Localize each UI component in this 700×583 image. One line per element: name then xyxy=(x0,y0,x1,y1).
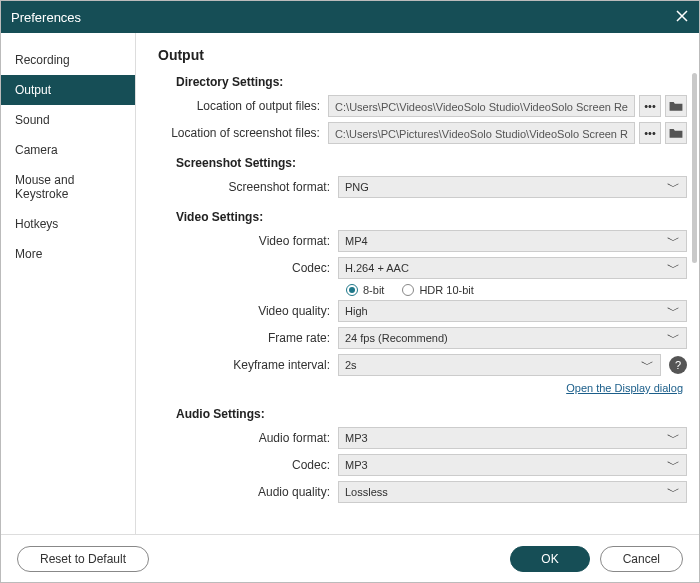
row-screenshot-format: Screenshot format: PNG ﹀ xyxy=(158,176,687,198)
row-output-location: Location of output files: C:\Users\PC\Vi… xyxy=(158,95,687,117)
main-panel: Output Directory Settings: Location of o… xyxy=(136,33,699,534)
audio-codec-value: MP3 xyxy=(345,459,368,471)
window-title: Preferences xyxy=(11,10,81,25)
section-audio-heading: Audio Settings: xyxy=(176,407,687,421)
label-audio-codec: Codec: xyxy=(158,458,338,472)
row-video-quality: Video quality: High ﹀ xyxy=(158,300,687,322)
row-video-format: Video format: MP4 ﹀ xyxy=(158,230,687,252)
section-screenshot-heading: Screenshot Settings: xyxy=(176,156,687,170)
video-format-select[interactable]: MP4 ﹀ xyxy=(338,230,687,252)
audio-quality-select[interactable]: Lossless ﹀ xyxy=(338,481,687,503)
video-codec-value: H.264 + AAC xyxy=(345,262,409,274)
frame-rate-value: 24 fps (Recommend) xyxy=(345,332,448,344)
footer: Reset to Default OK Cancel xyxy=(1,534,699,582)
sidebar-item-more[interactable]: More xyxy=(1,239,135,269)
row-audio-format: Audio format: MP3 ﹀ xyxy=(158,427,687,449)
audio-format-select[interactable]: MP3 ﹀ xyxy=(338,427,687,449)
radio-hdr10bit[interactable]: HDR 10-bit xyxy=(402,284,473,296)
folder-icon xyxy=(669,100,683,112)
label-output-location: Location of output files: xyxy=(158,99,328,113)
video-quality-value: High xyxy=(345,305,368,317)
screenshot-format-value: PNG xyxy=(345,181,369,193)
cancel-button[interactable]: Cancel xyxy=(600,546,683,572)
chevron-down-icon: ﹀ xyxy=(667,429,680,447)
titlebar: Preferences xyxy=(1,1,699,33)
display-dialog-link-row: Open the Display dialog xyxy=(158,381,683,395)
radio-8bit-label: 8-bit xyxy=(363,284,384,296)
label-screenshot-format: Screenshot format: xyxy=(158,180,338,194)
keyframe-interval-value: 2s xyxy=(345,359,357,371)
sidebar-item-sound[interactable]: Sound xyxy=(1,105,135,135)
section-directory-heading: Directory Settings: xyxy=(176,75,687,89)
row-frame-rate: Frame rate: 24 fps (Recommend) ﹀ xyxy=(158,327,687,349)
row-audio-codec: Codec: MP3 ﹀ xyxy=(158,454,687,476)
radio-dot-icon xyxy=(402,284,414,296)
scrollbar-thumb[interactable] xyxy=(692,73,697,263)
section-video-heading: Video Settings: xyxy=(176,210,687,224)
open-screenshot-folder-button[interactable] xyxy=(665,122,687,144)
folder-icon xyxy=(669,127,683,139)
chevron-down-icon: ﹀ xyxy=(667,259,680,277)
screenshot-location-field[interactable]: C:\Users\PC\Pictures\VideoSolo Studio\Vi… xyxy=(328,122,635,144)
chevron-down-icon: ﹀ xyxy=(667,483,680,501)
output-location-field[interactable]: C:\Users\PC\Videos\VideoSolo Studio\Vide… xyxy=(328,95,635,117)
preferences-window: Preferences Recording Output Sound Camer… xyxy=(0,0,700,583)
label-screenshot-location: Location of screenshot files: xyxy=(158,126,328,140)
screenshot-format-select[interactable]: PNG ﹀ xyxy=(338,176,687,198)
open-display-dialog-link[interactable]: Open the Display dialog xyxy=(566,382,683,394)
ok-button[interactable]: OK xyxy=(510,546,589,572)
frame-rate-select[interactable]: 24 fps (Recommend) ﹀ xyxy=(338,327,687,349)
sidebar-item-output[interactable]: Output xyxy=(1,75,135,105)
chevron-down-icon: ﹀ xyxy=(667,456,680,474)
sidebar-item-mouse-keystroke[interactable]: Mouse and Keystroke xyxy=(1,165,135,209)
label-video-codec: Codec: xyxy=(158,261,338,275)
audio-codec-select[interactable]: MP3 ﹀ xyxy=(338,454,687,476)
chevron-down-icon: ﹀ xyxy=(667,329,680,347)
sidebar: Recording Output Sound Camera Mouse and … xyxy=(1,33,136,534)
radio-dot-checked-icon xyxy=(346,284,358,296)
sidebar-item-recording[interactable]: Recording xyxy=(1,45,135,75)
chevron-down-icon: ﹀ xyxy=(667,178,680,196)
browse-screenshot-button[interactable]: ••• xyxy=(639,122,661,144)
video-codec-select[interactable]: H.264 + AAC ﹀ xyxy=(338,257,687,279)
audio-format-value: MP3 xyxy=(345,432,368,444)
row-audio-quality: Audio quality: Lossless ﹀ xyxy=(158,481,687,503)
label-keyframe-interval: Keyframe interval: xyxy=(158,358,338,372)
row-keyframe-interval: Keyframe interval: 2s ﹀ ? xyxy=(158,354,687,376)
chevron-down-icon: ﹀ xyxy=(667,232,680,250)
radio-hdr-label: HDR 10-bit xyxy=(419,284,473,296)
bitdepth-radios: 8-bit HDR 10-bit xyxy=(346,284,687,296)
label-video-quality: Video quality: xyxy=(158,304,338,318)
page-title: Output xyxy=(158,47,687,63)
label-frame-rate: Frame rate: xyxy=(158,331,338,345)
label-video-format: Video format: xyxy=(158,234,338,248)
row-video-codec: Codec: H.264 + AAC ﹀ xyxy=(158,257,687,279)
sidebar-item-camera[interactable]: Camera xyxy=(1,135,135,165)
keyframe-help-button[interactable]: ? xyxy=(669,356,687,374)
chevron-down-icon: ﹀ xyxy=(667,302,680,320)
open-output-folder-button[interactable] xyxy=(665,95,687,117)
browse-output-button[interactable]: ••• xyxy=(639,95,661,117)
row-screenshot-location: Location of screenshot files: C:\Users\P… xyxy=(158,122,687,144)
label-audio-quality: Audio quality: xyxy=(158,485,338,499)
sidebar-item-hotkeys[interactable]: Hotkeys xyxy=(1,209,135,239)
keyframe-interval-select[interactable]: 2s ﹀ xyxy=(338,354,661,376)
reset-to-default-button[interactable]: Reset to Default xyxy=(17,546,149,572)
chevron-down-icon: ﹀ xyxy=(641,356,654,374)
video-quality-select[interactable]: High ﹀ xyxy=(338,300,687,322)
audio-quality-value: Lossless xyxy=(345,486,388,498)
radio-8bit[interactable]: 8-bit xyxy=(346,284,384,296)
video-format-value: MP4 xyxy=(345,235,368,247)
close-icon[interactable] xyxy=(675,7,689,28)
body: Recording Output Sound Camera Mouse and … xyxy=(1,33,699,534)
label-audio-format: Audio format: xyxy=(158,431,338,445)
